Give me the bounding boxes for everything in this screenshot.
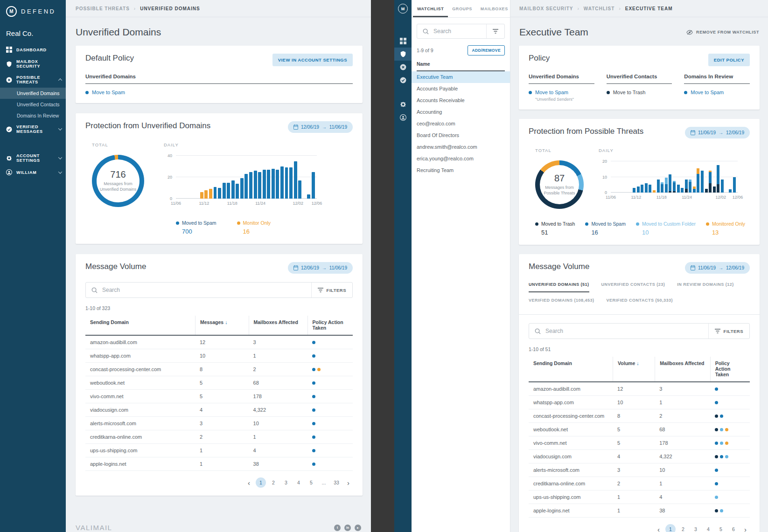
pagination-page[interactable]: 4 (293, 477, 304, 488)
column-header-sending-domain[interactable]: Sending Domain (529, 357, 613, 381)
filter-button[interactable] (486, 24, 504, 38)
linkedin-icon[interactable]: in (344, 525, 351, 531)
table-row[interactable]: alerts-microsoft.com310 (85, 417, 353, 430)
watchlist-item[interactable]: ceo@realco.com (412, 118, 510, 130)
pagination-page[interactable]: 3 (281, 477, 291, 488)
table-row[interactable]: creditkarna-online.com21 (529, 477, 750, 491)
pagination-page[interactable]: 5 (716, 524, 726, 532)
table-row[interactable]: viadocusign.com44,322 (85, 403, 353, 417)
pagination-prev[interactable]: ‹ (654, 525, 663, 532)
twitter-icon[interactable]: t (334, 525, 341, 531)
tab-unverified-contacts[interactable]: UNVERIFIED CONTACTS (23) (601, 282, 665, 292)
tab-verified-contacts[interactable]: VERIFIED CONTACTS (50,333) (607, 298, 673, 308)
table-row[interactable]: amazon-audibill.com123 (85, 336, 353, 349)
table-row[interactable]: alerts-microsoft.com310 (529, 463, 750, 477)
watchlist-item[interactable]: Accounting (412, 106, 510, 118)
table-row[interactable]: apple-logins.net138 (85, 457, 353, 471)
column-header-volume[interactable]: Volume↓ (613, 357, 655, 381)
filters-button[interactable]: FILTERS (708, 324, 749, 339)
breadcrumb-parent[interactable]: POSSIBLE THREATS (76, 6, 130, 11)
watchlist-item[interactable]: Executive Team (412, 71, 510, 83)
search-input[interactable] (102, 287, 311, 293)
table-row[interactable]: concast-processing-center.com82 (529, 409, 750, 423)
watchlist-item[interactable]: Accounts Receivable (412, 95, 510, 106)
date-range-picker[interactable]: 11/06/19 → 12/06/19 (685, 127, 750, 138)
view-in-account-settings-button[interactable]: VIEW IN ACCOUNT SETTINGS (272, 54, 353, 66)
remove-from-watchlist-button[interactable]: REMOVE FROM WATCHLIST (686, 30, 759, 35)
table-row[interactable]: weboutlook.net568 (85, 376, 353, 390)
sidebar-item-unverified-contacts[interactable]: Unverified Contacts (0, 99, 66, 110)
column-header-mailboxes-affected[interactable]: Mailboxes Affected (655, 357, 710, 381)
table-row[interactable]: ups-us-shipping.com14 (529, 491, 750, 504)
rail-item-verified-messages[interactable] (394, 74, 412, 87)
sidebar-item-verified-messages[interactable]: VERIFIED MESSAGES (0, 121, 66, 137)
table-row[interactable]: vivo-comm.net5178 (529, 436, 750, 450)
pagination-page[interactable]: 1 (665, 524, 676, 532)
date-range-picker[interactable]: 12/06/19 → 11/06/19 (288, 121, 353, 133)
breadcrumb-parent[interactable]: WATCHLIST (584, 6, 615, 11)
date-range-picker[interactable]: 11/06/19 → 12/06/19 (685, 262, 750, 274)
filters-button[interactable]: FILTERS (311, 283, 352, 297)
pagination-page[interactable]: 2 (678, 524, 688, 532)
sidebar-item-user[interactable]: WILLIAM (0, 166, 66, 179)
sidebar-item-mailbox-security[interactable]: MAILBOX SECURITY (0, 56, 66, 72)
table-row[interactable]: amazon-audibill.com123 (529, 382, 750, 396)
table-row[interactable]: concast-processing-center.com82 (85, 363, 353, 376)
sidebar-item-unverified-domains[interactable]: Unverified Domains (0, 88, 66, 99)
watchlist-item[interactable]: erica.young@realco.com (412, 153, 510, 165)
pagination-page[interactable]: 5 (306, 477, 316, 488)
pagination-page[interactable]: 4 (703, 524, 713, 532)
column-header-policy-action[interactable]: Policy Action Taken (710, 357, 750, 381)
search-input[interactable] (545, 328, 708, 334)
pagination-next[interactable]: › (344, 479, 353, 487)
watchlist-search-input[interactable] (433, 28, 486, 35)
tab-mailboxes[interactable]: MAILBOXES (476, 0, 512, 17)
cell-mailboxes: 1 (655, 396, 710, 409)
sidebar-item-domains-in-review[interactable]: Domains In Review (0, 110, 66, 121)
sidebar-item-account-settings[interactable]: ACCOUNT SETTINGS (0, 150, 66, 166)
pagination-prev[interactable]: ‹ (244, 479, 253, 487)
column-header-messages[interactable]: Messages↓ (195, 316, 249, 335)
watchlist-item[interactable]: andrew.smith@realco.com (412, 141, 510, 153)
table-row[interactable]: viadocusign.com44,322 (529, 450, 750, 463)
watchlist-name-header[interactable]: Name (417, 61, 505, 71)
breadcrumb-parent[interactable]: MAILBOX SECURITY (519, 6, 573, 11)
table-row[interactable]: apple-logins.net138 (529, 504, 750, 518)
pagination-page[interactable]: 6 (728, 524, 739, 532)
rail-item-mailbox-security[interactable] (394, 48, 412, 61)
tab-groups[interactable]: GROUPS (448, 0, 476, 17)
sidebar-item-possible-threats[interactable]: POSSIBLE THREATS (0, 72, 66, 88)
rail-item-dashboard[interactable] (394, 35, 412, 48)
tab-watchlist[interactable]: WATCHLIST (413, 0, 448, 17)
tab-unverified-domains[interactable]: UNVERIFIED DOMAINS (51) (529, 282, 589, 292)
cell-policy-action (307, 403, 353, 416)
table-row[interactable]: creditkarna-online.com21 (85, 430, 353, 444)
spam-segment (721, 180, 724, 193)
pagination-page[interactable]: 2 (268, 477, 279, 488)
table-row[interactable]: ups-us-shipping.com14 (85, 444, 353, 457)
edit-policy-button[interactable]: EDIT POLICY (708, 54, 750, 66)
pagination-page[interactable]: 33 (331, 477, 342, 488)
table-row[interactable]: vivo-comm.net5178 (85, 390, 353, 403)
sidebar-item-dashboard[interactable]: DASHBOARD (0, 43, 66, 56)
date-range-picker[interactable]: 12/06/19 → 11/06/19 (288, 262, 353, 274)
add-remove-button[interactable]: ADD/REMOVE (468, 45, 505, 55)
table-row[interactable]: whatspp-app.com101 (529, 396, 750, 409)
column-header-sending-domain[interactable]: Sending Domain (85, 316, 195, 335)
tab-in-review-domains[interactable]: IN REVIEW DOMAINS (12) (677, 282, 734, 292)
table-row[interactable]: weboutlook.net568 (529, 423, 750, 436)
youtube-icon[interactable]: ▸ (355, 525, 361, 531)
column-header-policy-action[interactable]: Policy Action Taken (307, 316, 353, 335)
pagination-page[interactable]: 3 (691, 524, 701, 532)
rail-item-account[interactable] (394, 111, 412, 124)
table-row[interactable]: whatspp-app.com101 (85, 349, 353, 363)
watchlist-item[interactable]: Board Of Directors (412, 130, 510, 141)
column-header-mailboxes-affected[interactable]: Mailboxes Affected (249, 316, 307, 335)
watchlist-item[interactable]: Accounts Payable (412, 83, 510, 95)
rail-item-settings[interactable] (394, 98, 412, 111)
pagination-next[interactable]: › (741, 525, 750, 532)
tab-verified-domains[interactable]: VERIFIED DOMAINS (108,453) (529, 298, 594, 308)
pagination-page[interactable]: 1 (256, 477, 266, 488)
rail-item-possible-threats[interactable] (394, 61, 412, 74)
watchlist-item[interactable]: Recruiting Team (412, 165, 510, 176)
